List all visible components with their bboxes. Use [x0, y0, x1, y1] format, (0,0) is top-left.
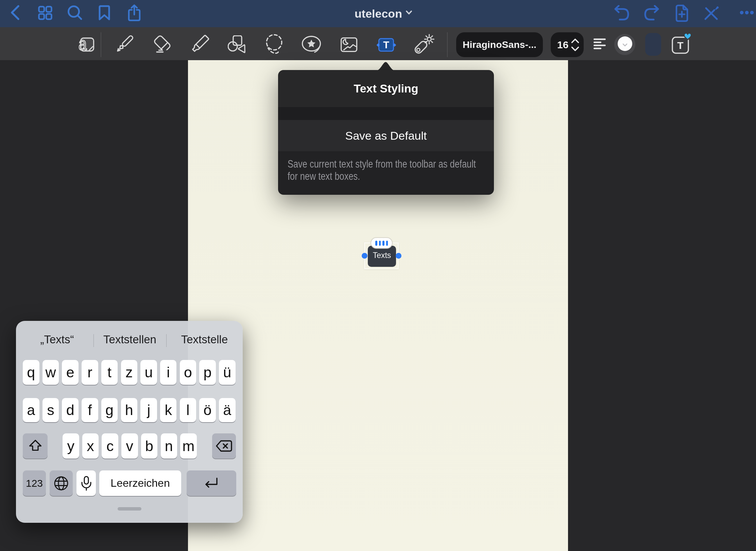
svg-text:T: T [677, 40, 683, 51]
svg-text:a: a [79, 36, 87, 53]
